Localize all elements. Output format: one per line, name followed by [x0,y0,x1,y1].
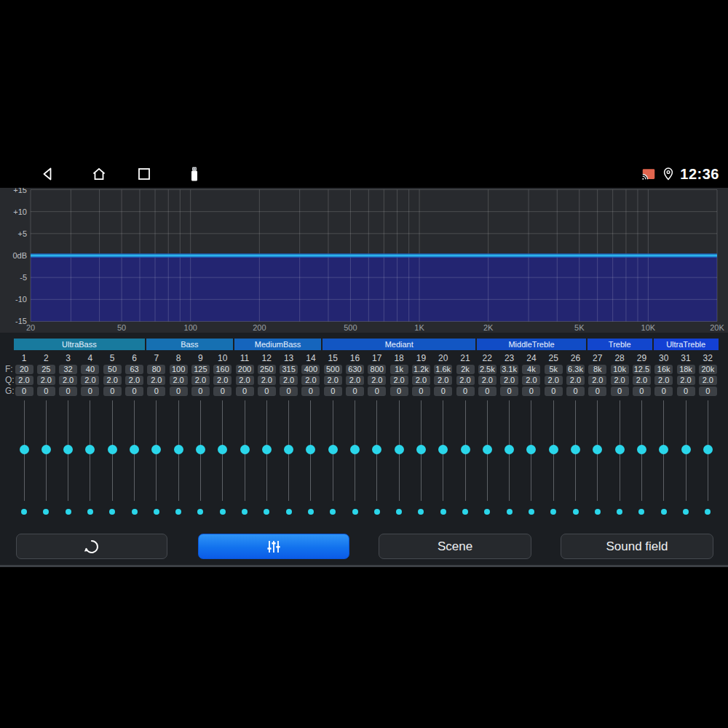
frequency-value-chip[interactable]: 32 [59,365,77,374]
q-factor-value-chip[interactable]: 2.0 [456,376,475,385]
sound-field-button[interactable]: Sound field [561,534,713,559]
frequency-value-chip[interactable]: 160 [213,365,232,374]
frequency-value-chip[interactable]: 400 [301,365,320,374]
band-slider-thumb[interactable] [505,445,514,454]
back-icon[interactable] [39,165,56,183]
gain-value-chip[interactable]: 0 [456,387,475,396]
q-factor-value-chip[interactable]: 2.0 [191,376,210,385]
gain-value-chip[interactable]: 0 [236,387,254,396]
gain-value-chip[interactable]: 0 [280,387,298,396]
reset-button[interactable] [16,534,167,559]
gain-value-chip[interactable]: 0 [500,387,518,396]
gain-value-chip[interactable]: 0 [412,387,430,396]
band-slider-thumb[interactable] [130,445,139,454]
q-factor-value-chip[interactable]: 2.0 [677,376,695,385]
frequency-value-chip[interactable]: 2k [456,365,475,374]
q-factor-value-chip[interactable]: 2.0 [37,376,55,385]
band-slider-thumb[interactable] [703,445,713,454]
q-factor-value-chip[interactable]: 2.0 [213,376,232,385]
q-factor-value-chip[interactable]: 2.0 [81,376,99,385]
frequency-value-chip[interactable]: 50 [103,365,122,374]
frequency-value-chip[interactable]: 1.6k [434,365,452,374]
q-factor-value-chip[interactable]: 2.0 [368,376,386,385]
gain-value-chip[interactable]: 0 [434,387,452,396]
q-factor-value-chip[interactable]: 2.0 [59,376,77,385]
gain-value-chip[interactable]: 0 [170,387,188,396]
frequency-value-chip[interactable]: 20k [699,365,717,374]
q-factor-value-chip[interactable]: 2.0 [412,376,430,385]
q-factor-value-chip[interactable]: 2.0 [125,376,143,385]
frequency-value-chip[interactable]: 125 [191,365,210,374]
band-slider-thumb[interactable] [461,445,470,454]
gain-value-chip[interactable]: 0 [368,387,386,396]
gain-value-chip[interactable]: 0 [81,387,99,396]
usb-icon[interactable] [186,165,203,183]
frequency-value-chip[interactable]: 200 [236,365,254,374]
q-factor-value-chip[interactable]: 2.0 [103,376,122,385]
gain-value-chip[interactable]: 0 [15,387,33,396]
frequency-value-chip[interactable]: 500 [324,365,342,374]
band-slider-thumb[interactable] [85,445,95,454]
frequency-value-chip[interactable]: 630 [346,365,364,374]
gain-value-chip[interactable]: 0 [346,387,364,396]
frequency-value-chip[interactable]: 4k [522,365,540,374]
band-slider-thumb[interactable] [395,445,404,454]
q-factor-value-chip[interactable]: 2.0 [545,376,563,385]
q-factor-value-chip[interactable]: 2.0 [611,376,629,385]
q-factor-value-chip[interactable]: 2.0 [500,376,518,385]
gain-value-chip[interactable]: 0 [213,387,232,396]
frequency-value-chip[interactable]: 6.3k [566,365,585,374]
q-factor-value-chip[interactable]: 2.0 [324,376,342,385]
q-factor-value-chip[interactable]: 2.0 [654,376,673,385]
gain-value-chip[interactable]: 0 [390,387,408,396]
band-slider-thumb[interactable] [174,445,183,454]
band-slider-thumb[interactable] [416,445,426,454]
q-factor-value-chip[interactable]: 2.0 [633,376,651,385]
gain-value-chip[interactable]: 0 [611,387,629,396]
gain-value-chip[interactable]: 0 [147,387,165,396]
home-icon[interactable] [90,165,108,183]
q-factor-value-chip[interactable]: 2.0 [434,376,452,385]
gain-value-chip[interactable]: 0 [677,387,695,396]
band-slider-thumb[interactable] [549,445,558,454]
q-factor-value-chip[interactable]: 2.0 [522,376,540,385]
equalizer-button[interactable] [198,534,349,559]
frequency-value-chip[interactable]: 8k [588,365,606,374]
frequency-value-chip[interactable]: 63 [125,365,143,374]
band-slider-thumb[interactable] [328,445,338,454]
frequency-value-chip[interactable]: 2.5k [478,365,496,374]
band-slider-thumb[interactable] [526,445,536,454]
q-factor-value-chip[interactable]: 2.0 [147,376,165,385]
q-factor-value-chip[interactable]: 2.0 [346,376,364,385]
gain-value-chip[interactable]: 0 [478,387,496,396]
q-factor-value-chip[interactable]: 2.0 [390,376,408,385]
band-slider-thumb[interactable] [438,445,448,454]
band-slider-thumb[interactable] [483,445,492,454]
q-factor-value-chip[interactable]: 2.0 [699,376,717,385]
frequency-value-chip[interactable]: 80 [147,365,165,374]
gain-value-chip[interactable]: 0 [125,387,143,396]
band-slider-thumb[interactable] [284,445,293,454]
scene-button[interactable]: Scene [379,534,531,559]
frequency-value-chip[interactable]: 3.1k [500,365,518,374]
band-slider-thumb[interactable] [196,445,205,454]
band-slider-thumb[interactable] [350,445,360,454]
gain-value-chip[interactable]: 0 [566,387,585,396]
band-slider-thumb[interactable] [681,445,691,454]
gain-value-chip[interactable]: 0 [545,387,563,396]
frequency-value-chip[interactable]: 18k [677,365,695,374]
frequency-value-chip[interactable]: 1.2k [412,365,430,374]
q-factor-value-chip[interactable]: 2.0 [170,376,188,385]
q-factor-value-chip[interactable]: 2.0 [478,376,496,385]
gain-value-chip[interactable]: 0 [59,387,77,396]
q-factor-value-chip[interactable]: 2.0 [15,376,33,385]
frequency-value-chip[interactable]: 20 [15,365,33,374]
band-slider-thumb[interactable] [306,445,315,454]
frequency-value-chip[interactable]: 12.5 [633,365,651,374]
band-slider-thumb[interactable] [108,445,117,454]
band-slider-thumb[interactable] [571,445,580,454]
q-factor-value-chip[interactable]: 2.0 [301,376,320,385]
frequency-value-chip[interactable]: 5k [545,365,563,374]
frequency-value-chip[interactable]: 40 [81,365,99,374]
gain-value-chip[interactable]: 0 [633,387,651,396]
